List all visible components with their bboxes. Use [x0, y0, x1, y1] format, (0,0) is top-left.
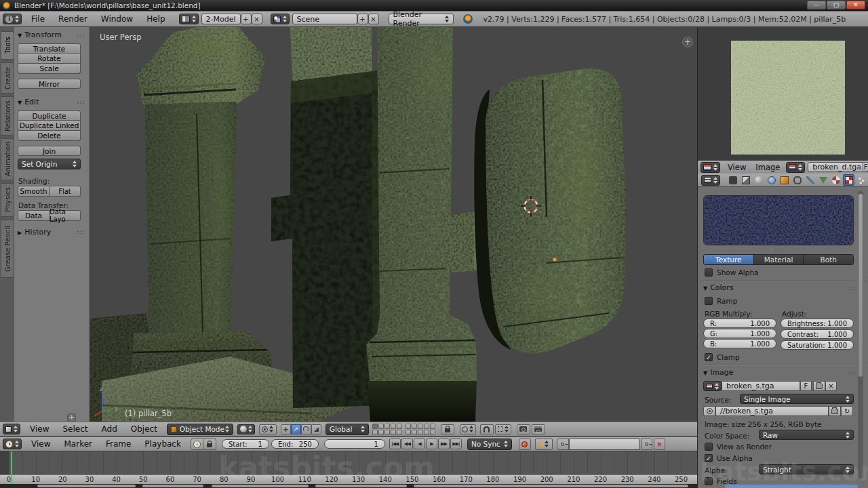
preview-material-button[interactable]: Material: [753, 255, 804, 264]
preview-texture-button[interactable]: Texture: [704, 255, 753, 264]
delete-keyframe-button[interactable]: ×: [654, 439, 665, 450]
jump-prev-keyframe-button[interactable]: ◀◀: [401, 439, 413, 449]
snap-element-dropdown[interactable]: [495, 424, 511, 434]
frame-end-field[interactable]: End:250: [271, 439, 319, 449]
properties-tab-render-layers[interactable]: [740, 174, 751, 186]
fake-user-button[interactable]: F: [863, 162, 868, 172]
active-keying-set-icon-button[interactable]: [557, 439, 569, 450]
jump-to-end-button[interactable]: ▶▶|: [450, 439, 462, 449]
alpha-mode-dropdown[interactable]: Straight: [759, 464, 854, 474]
editor-type-3dview-button[interactable]: [3, 424, 20, 434]
layer-cell[interactable]: [391, 424, 396, 429]
tab-animation[interactable]: Animation: [1, 138, 14, 180]
scene-icon-button[interactable]: [271, 14, 290, 24]
layer-cell[interactable]: [412, 424, 417, 429]
play-reverse-button[interactable]: ◀: [414, 439, 425, 449]
properties-vertical-scrollbar[interactable]: [858, 191, 863, 479]
minimize-button[interactable]: —: [807, 1, 826, 9]
open-properties-region-button[interactable]: +: [682, 37, 693, 47]
properties-tab-object[interactable]: [778, 174, 790, 186]
panel-grip[interactable]: [77, 230, 85, 234]
frame-start-field[interactable]: Start:1: [222, 439, 269, 449]
rotate-manipulator-button[interactable]: [301, 424, 311, 434]
v3d-menu-select[interactable]: Select: [62, 424, 87, 434]
unlink-image-button[interactable]: ×: [825, 381, 837, 391]
tl-menu-playback[interactable]: Playback: [144, 439, 181, 449]
properties-horizontal-scrollbar[interactable]: [725, 485, 858, 488]
panel-header-transform[interactable]: ▼Transform: [18, 30, 62, 39]
panel-grip[interactable]: [848, 287, 857, 290]
current-frame-field[interactable]: 1: [324, 439, 385, 449]
screen-layout-name[interactable]: 2-Model: [201, 14, 241, 24]
tab-grease-pencil[interactable]: Grease Pencil: [1, 220, 14, 278]
layer-cell[interactable]: [418, 430, 423, 435]
viewport-shading-dropdown[interactable]: [237, 424, 255, 434]
rgb-r-slider[interactable]: R:1.000: [703, 319, 776, 328]
open-image-button[interactable]: [813, 381, 825, 391]
screen-layout-icon-button[interactable]: [179, 14, 199, 24]
tl-menu-view[interactable]: View: [31, 439, 50, 449]
render-opengl-animation-button[interactable]: [532, 424, 545, 434]
clamp-checkbox[interactable]: Clamp: [705, 353, 740, 361]
preview-both-button[interactable]: Both: [803, 255, 853, 264]
add-layout-button[interactable]: +: [241, 14, 252, 24]
scale-manipulator-button[interactable]: ◢: [311, 424, 321, 434]
scale-button[interactable]: Scale: [18, 64, 81, 74]
saturation-slider[interactable]: Saturation:1.000: [781, 340, 854, 350]
rotate-button[interactable]: Rotate: [18, 54, 81, 64]
show-alpha-checkbox[interactable]: Show Alpha: [705, 268, 759, 277]
editor-type-image-button[interactable]: [701, 162, 720, 173]
properties-tab-render[interactable]: [727, 174, 738, 186]
tab-relations[interactable]: Relations: [1, 96, 14, 136]
translate-button[interactable]: Translate: [18, 43, 81, 54]
play-button[interactable]: ▶: [426, 439, 437, 449]
panel-header-colors[interactable]: ▼Colors: [703, 283, 734, 292]
shade-smooth-button[interactable]: Smooth: [18, 186, 50, 197]
uv-image-editor[interactable]: View Image broken_d.tga F: [697, 27, 868, 174]
tab-physics[interactable]: Physics: [1, 183, 14, 217]
panel-grip[interactable]: [77, 100, 85, 104]
preview-resize-grip[interactable]: [774, 248, 785, 251]
editor-type-info-button[interactable]: i: [3, 14, 22, 24]
mirror-button[interactable]: Mirror: [18, 79, 81, 89]
contrast-slider[interactable]: Contrast:1.000: [781, 329, 854, 339]
properties-tab-scene[interactable]: [753, 174, 764, 186]
layer-cell[interactable]: [430, 424, 435, 429]
properties-tab-material[interactable]: [830, 174, 842, 186]
insert-keyframe-button[interactable]: [641, 439, 652, 450]
keying-set-dropdown[interactable]: ◆: [535, 439, 553, 450]
source-dropdown[interactable]: Single Image: [740, 394, 854, 404]
reload-image-button[interactable]: ↻: [841, 406, 853, 416]
editor-type-properties-button[interactable]: [701, 175, 720, 186]
layer-cell[interactable]: [406, 424, 411, 429]
menu-window[interactable]: Window: [101, 14, 133, 24]
add-scene-button[interactable]: +: [357, 14, 368, 24]
menu-render[interactable]: Render: [58, 14, 87, 24]
rgb-b-slider[interactable]: B:1.000: [703, 339, 776, 348]
translate-manipulator-button[interactable]: ↗: [291, 424, 301, 434]
colorspace-dropdown[interactable]: Raw: [759, 430, 854, 440]
tl-menu-marker[interactable]: Marker: [64, 439, 92, 449]
filepath-icon-button[interactable]: [703, 406, 715, 416]
scene-name[interactable]: Scene: [292, 14, 357, 24]
v3d-menu-add[interactable]: Add: [102, 424, 117, 434]
layer-cell[interactable]: [424, 424, 429, 429]
data-transfer-layout-button[interactable]: Data Layo: [50, 210, 81, 221]
image-menu-view[interactable]: View: [728, 163, 746, 172]
jump-to-start-button[interactable]: |◀◀: [389, 439, 401, 449]
image-name-field[interactable]: broken_d.tga: [808, 162, 863, 172]
rgb-g-slider[interactable]: G:1.000: [703, 329, 776, 338]
properties-tab-particles[interactable]: [856, 174, 867, 186]
close-button[interactable]: ✕: [846, 1, 865, 9]
current-frame-indicator[interactable]: [11, 451, 12, 484]
delete-scene-button[interactable]: ×: [368, 14, 379, 24]
layer-cell[interactable]: [384, 424, 390, 429]
restore-button[interactable]: ▢: [827, 1, 846, 9]
layer-cell[interactable]: [397, 424, 402, 429]
lock-to-scene-button[interactable]: [441, 424, 454, 434]
proportional-edit-dropdown[interactable]: [460, 424, 476, 434]
layer-cell[interactable]: [406, 430, 411, 435]
join-button[interactable]: Join: [18, 146, 81, 156]
view-as-render-checkbox[interactable]: View as Render: [705, 443, 772, 451]
panel-grip[interactable]: [848, 371, 857, 375]
